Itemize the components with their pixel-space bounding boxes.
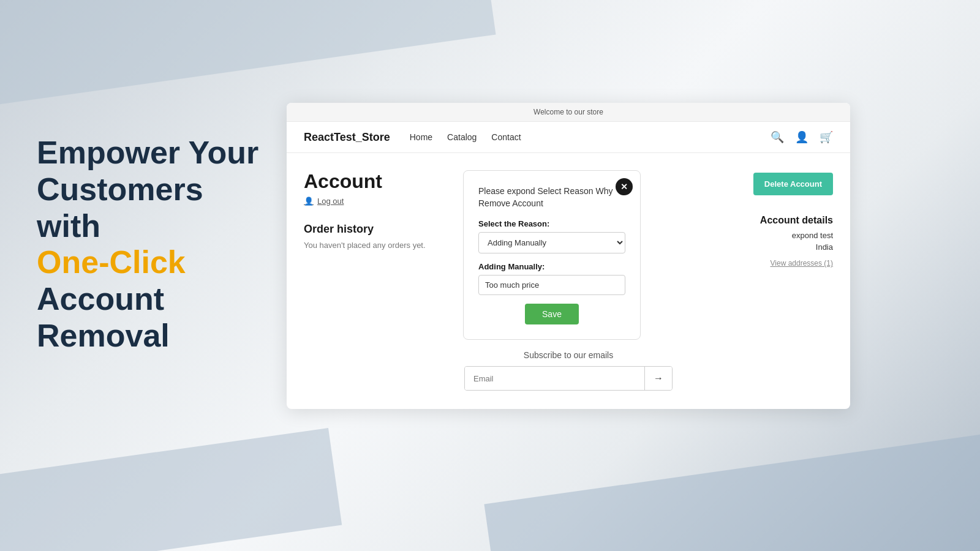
logout-label[interactable]: Log out (317, 197, 344, 206)
nav-catalog[interactable]: Catalog (447, 132, 477, 142)
view-addresses-link[interactable]: View addresses (1) (771, 259, 834, 268)
hero-line4: Removal (37, 318, 170, 353)
account-icon[interactable]: 👤 (795, 130, 809, 144)
top-bar: Welcome to our store (287, 103, 850, 122)
account-name: expond test (792, 231, 833, 240)
select-reason-label: Select the Reason: (478, 219, 625, 228)
account-country: India (816, 242, 833, 252)
nav-icon-group: 🔍 👤 🛒 (771, 130, 833, 144)
logout-link[interactable]: 👤 Log out (304, 197, 451, 206)
subscribe-title: Subscribe to our emails (464, 350, 673, 360)
right-panel: Delete Account Account details expond te… (710, 170, 833, 404)
subscribe-submit-button[interactable]: → (644, 367, 672, 390)
hero-section: Empower Your Customers with One-Click Ac… (37, 135, 270, 354)
remove-account-modal: ✕ Please expond Select Reason Why Remove… (463, 170, 641, 340)
email-input[interactable] (465, 367, 644, 390)
subscribe-form: → (464, 366, 673, 391)
hero-line3: Account (37, 281, 164, 317)
hero-line1: Empower Your (37, 135, 258, 170)
account-details-title: Account details (760, 215, 833, 226)
delete-account-button[interactable]: Delete Account (753, 173, 833, 195)
hero-highlight: One-Click (37, 244, 186, 280)
reason-text-input[interactable] (478, 275, 625, 295)
reason-select[interactable]: Adding Manually Too expensive Not useful… (478, 232, 625, 253)
modal-title: Please expond Select Reason Why Remove A… (478, 186, 625, 209)
cart-icon[interactable]: 🛒 (820, 130, 833, 144)
save-button-container: Save (478, 304, 625, 324)
store-window: Welcome to our store ReactTest_Store Hom… (287, 103, 850, 409)
save-button[interactable]: Save (525, 304, 579, 324)
store-brand[interactable]: ReactTest_Store (304, 131, 390, 144)
subscribe-section: Subscribe to our emails → (464, 350, 673, 391)
order-history-title: Order history (304, 223, 451, 236)
search-icon[interactable]: 🔍 (771, 130, 784, 144)
adding-manually-label: Adding Manually: (478, 262, 625, 271)
close-icon: ✕ (620, 182, 628, 192)
navigation: ReactTest_Store Home Catalog Contact 🔍 👤… (287, 122, 850, 153)
top-bar-text: Welcome to our store (533, 108, 603, 116)
order-history-empty: You haven't placed any orders yet. (304, 241, 451, 250)
left-panel: Account 👤 Log out Order history You have… (304, 170, 451, 404)
nav-home[interactable]: Home (410, 132, 432, 142)
account-title: Account (304, 170, 451, 193)
nav-links: Home Catalog Contact (410, 132, 771, 142)
hero-line2: Customers with (37, 171, 203, 244)
modal-close-button[interactable]: ✕ (616, 178, 633, 195)
user-icon: 👤 (304, 197, 314, 206)
nav-contact[interactable]: Contact (491, 132, 521, 142)
